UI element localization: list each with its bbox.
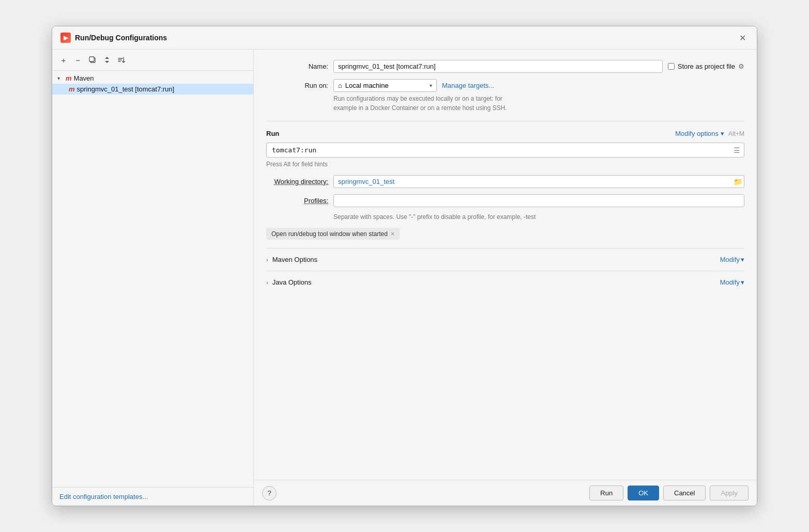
maven-options-modify-label: Modify bbox=[720, 256, 740, 263]
modify-options-area: Modify options ▾ Alt+M bbox=[675, 130, 744, 137]
profiles-label: Profiles: bbox=[266, 197, 328, 205]
title-bar: ▶ Run/Debug Configurations ✕ bbox=[52, 26, 757, 50]
maven-options-modify-button[interactable]: Modify ▾ bbox=[720, 256, 744, 263]
tag-chip-close-button[interactable]: × bbox=[391, 230, 395, 238]
app-icon: ▶ bbox=[60, 33, 71, 43]
title-bar-left: ▶ Run/Debug Configurations bbox=[60, 33, 167, 43]
footer: ? Run OK Cancel Apply bbox=[254, 480, 757, 506]
tree-child-item[interactable]: m springmvc_01_test [tomcat7:run] bbox=[52, 84, 253, 95]
java-options-modify-button[interactable]: Modify ▾ bbox=[720, 278, 744, 286]
sidebar-footer: Edit configuration templates... bbox=[52, 487, 253, 506]
manage-targets-link[interactable]: Manage targets... bbox=[442, 82, 494, 89]
java-options-modify-label: Modify bbox=[720, 278, 740, 286]
name-label: Name: bbox=[266, 62, 328, 70]
tag-label: Open run/debug tool window when started bbox=[271, 230, 388, 238]
child-item-label: springmvc_01_test [tomcat7:run] bbox=[77, 85, 175, 93]
java-options-section: › Java Options Modify ▾ bbox=[266, 271, 744, 293]
ok-button[interactable]: OK bbox=[628, 486, 659, 500]
modify-options-label: Modify options bbox=[675, 130, 719, 137]
dropdown-arrow-icon: ▾ bbox=[430, 83, 432, 88]
store-checkbox-area: Store as project file ⚙ bbox=[668, 62, 744, 70]
working-dir-label: Working directory: bbox=[266, 178, 328, 185]
maven-group-label: Maven bbox=[74, 74, 94, 82]
add-config-button[interactable]: + bbox=[57, 54, 70, 66]
run-debug-dialog: ▶ Run/Debug Configurations ✕ + − bbox=[52, 26, 757, 506]
working-dir-row: Working directory: 📁 bbox=[266, 175, 744, 188]
profiles-hint: Separate with spaces. Use "-" prefix to … bbox=[333, 213, 744, 221]
store-checkbox[interactable] bbox=[668, 63, 675, 70]
tree-area: ▾ m Maven m springmvc_01_test [tomcat7:r… bbox=[52, 71, 253, 487]
toolbar: + − bbox=[52, 50, 253, 71]
java-options-modify-chevron: ▾ bbox=[741, 278, 744, 286]
help-text-line1: Run configurations may be executed local… bbox=[333, 95, 502, 102]
apply-button[interactable]: Apply bbox=[710, 486, 749, 500]
form-area: Name: Store as project file ⚙ Run on: ⌂ … bbox=[254, 50, 757, 480]
folder-icon-button[interactable]: 📁 bbox=[734, 178, 742, 186]
house-icon: ⌂ bbox=[338, 82, 342, 89]
command-input-wrap: ☰ bbox=[266, 143, 744, 158]
section-divider bbox=[266, 121, 744, 121]
run-on-row: Run on: ⌂ Local machine ▾ Manage targets… bbox=[266, 79, 744, 92]
store-label: Store as project file bbox=[678, 62, 735, 70]
maven-options-title-area: › Maven Options bbox=[266, 256, 317, 263]
shortcut-hint: Alt+M bbox=[728, 130, 744, 137]
cancel-button[interactable]: Cancel bbox=[663, 486, 706, 500]
java-options-header[interactable]: › Java Options Modify ▾ bbox=[266, 278, 744, 286]
profiles-input[interactable] bbox=[333, 194, 744, 207]
maven-icon: m bbox=[66, 74, 72, 82]
close-button[interactable]: ✕ bbox=[736, 32, 749, 44]
remove-config-button[interactable]: − bbox=[72, 54, 84, 66]
help-text-line2: example in a Docker Container or on a re… bbox=[333, 104, 507, 112]
main-content: Name: Store as project file ⚙ Run on: ⌂ … bbox=[254, 50, 757, 506]
edit-templates-link[interactable]: Edit configuration templates... bbox=[59, 493, 148, 500]
run-on-label: Run on: bbox=[266, 82, 328, 89]
sort-config-button[interactable] bbox=[115, 54, 128, 66]
lines-icon: ☰ bbox=[734, 146, 740, 154]
maven-options-title: Maven Options bbox=[272, 256, 317, 263]
run-on-value: Local machine bbox=[345, 82, 389, 89]
name-input[interactable] bbox=[333, 60, 663, 73]
help-button[interactable]: ? bbox=[262, 486, 277, 500]
maven-options-section: › Maven Options Modify ▾ bbox=[266, 248, 744, 271]
maven-options-modify-chevron: ▾ bbox=[741, 256, 744, 263]
run-button[interactable]: Run bbox=[589, 486, 623, 500]
run-on-help-text: Run configurations may be executed local… bbox=[333, 94, 744, 113]
tag-chip: Open run/debug tool window when started … bbox=[266, 228, 400, 240]
copy-config-button[interactable] bbox=[86, 54, 99, 66]
child-icon: m bbox=[69, 85, 75, 93]
dir-input-wrap: 📁 bbox=[333, 175, 744, 188]
move-config-button[interactable] bbox=[101, 54, 113, 66]
java-options-chevron: › bbox=[266, 279, 268, 286]
modify-options-chevron: ▾ bbox=[721, 130, 724, 137]
modify-options-button[interactable]: Modify options ▾ bbox=[675, 130, 724, 137]
tag-chip-area: Open run/debug tool window when started … bbox=[266, 228, 744, 240]
maven-options-header[interactable]: › Maven Options Modify ▾ bbox=[266, 256, 744, 263]
run-section-header: Run Modify options ▾ Alt+M bbox=[266, 130, 744, 137]
working-dir-input[interactable] bbox=[333, 175, 744, 188]
run-on-dropdown[interactable]: ⌂ Local machine ▾ bbox=[333, 79, 437, 92]
gear-icon[interactable]: ⚙ bbox=[738, 62, 744, 70]
profiles-row: Profiles: bbox=[266, 194, 744, 207]
maven-options-chevron: › bbox=[266, 257, 268, 263]
run-section-title: Run bbox=[266, 130, 279, 137]
java-options-title-area: › Java Options bbox=[266, 278, 312, 286]
sidebar: + − bbox=[52, 50, 254, 506]
svg-rect-1 bbox=[89, 57, 94, 61]
command-input[interactable] bbox=[266, 143, 744, 158]
tree-arrow-icon: ▾ bbox=[57, 75, 64, 81]
name-row: Name: Store as project file ⚙ bbox=[266, 60, 744, 73]
press-alt-hint: Press Alt for field hints bbox=[266, 161, 744, 168]
tree-maven-group[interactable]: ▾ m Maven bbox=[52, 73, 253, 84]
dialog-title: Run/Debug Configurations bbox=[75, 34, 167, 42]
java-options-title: Java Options bbox=[272, 278, 312, 286]
content-area: + − bbox=[52, 50, 757, 506]
